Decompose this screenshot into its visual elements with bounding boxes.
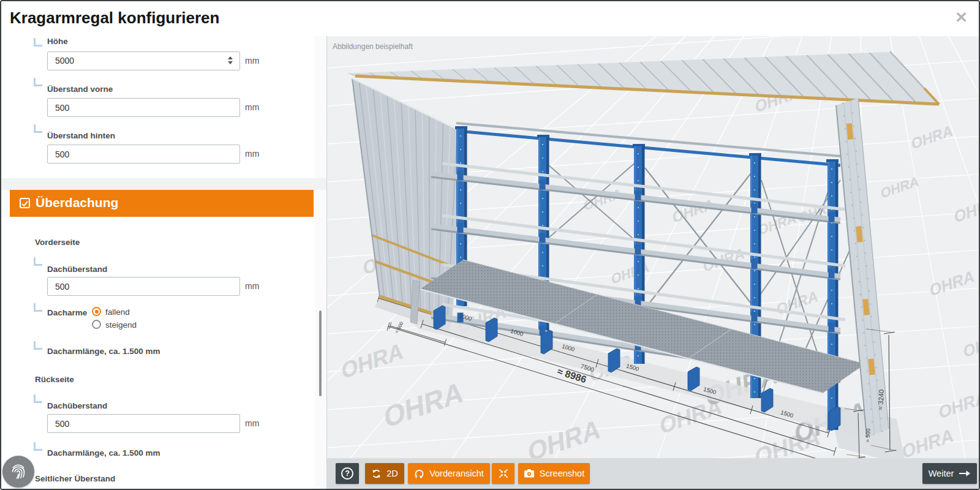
dachueberstand-front-unit: mm bbox=[245, 281, 259, 291]
next-button[interactable]: Weiter bbox=[922, 463, 977, 484]
fingerprint-button[interactable] bbox=[2, 456, 34, 488]
viewer-toolbar: ? 2D V bbox=[327, 458, 980, 490]
rueckseite-heading: Rückseite bbox=[35, 375, 74, 384]
ueberstand-vorne-input[interactable] bbox=[47, 98, 240, 117]
indent-mark bbox=[34, 124, 42, 133]
viewer-3d[interactable]: Abbildungen beispielhaft OHRAOHRAOHRAOHR… bbox=[326, 36, 980, 490]
section-gap bbox=[1, 178, 326, 190]
ueberstand-hinten-label: Überstand hinten bbox=[47, 131, 115, 140]
dacharmlaenge-front-label: Dacharmlänge, ca. 1.500 mm bbox=[47, 347, 160, 356]
hoehe-value: 5000 bbox=[55, 56, 74, 66]
radio-steigend[interactable] bbox=[92, 320, 101, 329]
dacharmlaenge-back-label: Dacharmlänge, ca. 1.500 mm bbox=[47, 448, 160, 458]
ueberstand-vorne-unit: mm bbox=[245, 102, 259, 112]
ueberstand-vorne-label: Überstand vorne bbox=[47, 85, 113, 94]
ueberdachung-card: Vorderseite Dachüberstand mm Dacharme fa… bbox=[1, 217, 315, 490]
dachueberstand-front-input[interactable] bbox=[47, 277, 240, 296]
viewer-note: Abbildungen beispielhaft bbox=[333, 42, 413, 51]
indent-mark bbox=[34, 341, 42, 350]
dim-height-label: ≈ 3240 bbox=[876, 390, 885, 410]
2d-view-button[interactable]: 2D bbox=[365, 463, 404, 484]
help-button[interactable]: ? bbox=[336, 463, 359, 484]
dim-side-offset-label: ≈ 500 bbox=[864, 428, 871, 442]
seitlicher-ueberstand-heading: Seitlicher Überstand bbox=[35, 474, 115, 483]
page-title: Kragarmregal konfigurieren bbox=[10, 9, 219, 28]
dialog-window: Kragarmregal konfigurieren ✕ Höhe 5000 m… bbox=[0, 0, 980, 490]
camera-icon bbox=[524, 469, 535, 478]
dacharme-label: Dacharme bbox=[47, 308, 87, 317]
sync-icon bbox=[371, 469, 382, 479]
dachueberstand-front-label: Dachüberstand bbox=[47, 265, 107, 274]
arrow-right-icon bbox=[959, 470, 971, 477]
indent-mark bbox=[34, 78, 42, 86]
fingerprint-icon bbox=[9, 462, 28, 481]
help-icon: ? bbox=[341, 467, 353, 480]
indent-mark bbox=[34, 442, 42, 451]
close-icon[interactable]: ✕ bbox=[955, 10, 968, 25]
section-title: Überdachung bbox=[36, 195, 118, 210]
section-header-ueberdachung[interactable]: Überdachung bbox=[10, 190, 314, 217]
hoehe-unit: mm bbox=[245, 56, 259, 66]
hoehe-select[interactable]: 5000 bbox=[47, 51, 240, 70]
rack-3d-scene: OHRAOHRAOHRAOHRAOHRAOHRAOHRAOHRAOHRAOHRA… bbox=[327, 36, 980, 490]
front-view-label: Vorderansicht bbox=[429, 469, 484, 478]
screenshot-button[interactable]: Screenshot bbox=[518, 463, 590, 484]
front-view-button[interactable]: Vorderansicht bbox=[408, 463, 490, 484]
radio-fallend[interactable] bbox=[92, 307, 101, 316]
title-bar: Kragarmregal konfigurieren ✕ bbox=[1, 1, 979, 37]
collapse-view-button[interactable] bbox=[492, 463, 514, 484]
panel-scrollbar[interactable] bbox=[319, 311, 322, 396]
radio-steigend-label: steigend bbox=[105, 320, 137, 330]
2d-view-label: 2D bbox=[386, 469, 398, 478]
indent-mark bbox=[34, 394, 42, 403]
indent-mark bbox=[34, 38, 42, 47]
dachueberstand-back-unit: mm bbox=[245, 418, 259, 428]
indent-mark bbox=[34, 303, 42, 312]
screenshot-label: Screenshot bbox=[540, 469, 584, 478]
rotate-view-icon bbox=[414, 469, 424, 479]
collapse-arrows-icon bbox=[499, 469, 508, 478]
checkbox-checked-icon[interactable] bbox=[20, 198, 30, 208]
dachueberstand-back-label: Dachüberstand bbox=[47, 401, 107, 410]
next-label: Weiter bbox=[929, 469, 954, 478]
ueberstand-hinten-input[interactable] bbox=[47, 145, 240, 164]
radio-fallend-label: fallend bbox=[105, 307, 130, 317]
select-spinner-icon bbox=[228, 56, 233, 64]
config-panel: Höhe 5000 mm Überstand vorne mm Überstan… bbox=[1, 36, 326, 490]
hoehe-label: Höhe bbox=[47, 37, 68, 46]
dachueberstand-back-input[interactable] bbox=[47, 414, 240, 433]
vorderseite-heading: Vorderseite bbox=[35, 238, 80, 247]
ueberstand-hinten-unit: mm bbox=[245, 149, 259, 159]
indent-mark bbox=[34, 257, 42, 266]
dimensions-card: Höhe 5000 mm Überstand vorne mm Überstan… bbox=[1, 36, 315, 179]
